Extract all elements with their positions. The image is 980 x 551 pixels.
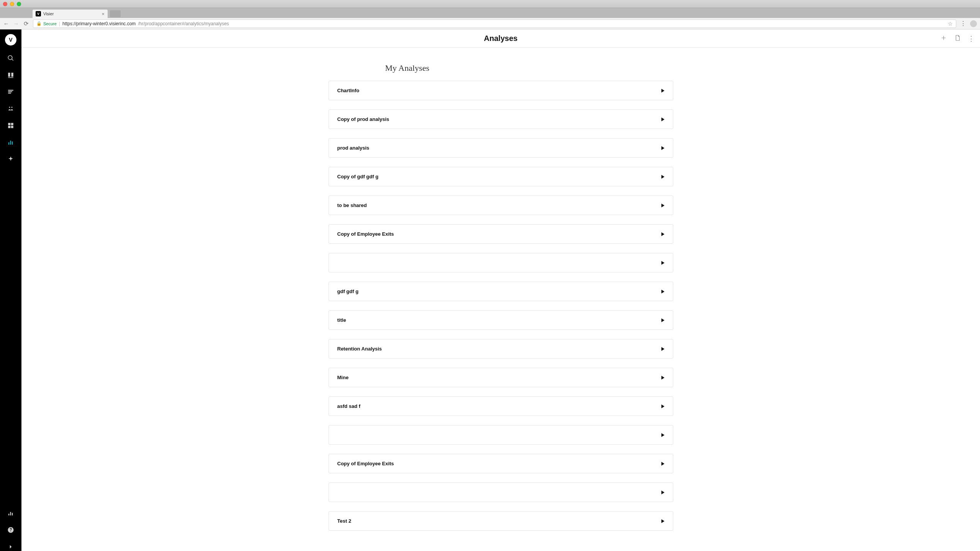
app-content: Analyses ⋮ My Analyses ChartInfoCopy of … [21, 29, 980, 551]
window-zoom-button[interactable] [17, 2, 21, 6]
search-icon[interactable] [7, 54, 15, 62]
page-title: Analyses [484, 34, 518, 43]
window-minimize-button[interactable] [10, 2, 14, 6]
analysis-title: Mine [337, 375, 349, 380]
analysis-title: gdf gdf g [337, 289, 359, 294]
browser-profile-avatar[interactable] [970, 20, 977, 27]
analysis-card[interactable]: ChartInfo [329, 81, 673, 100]
play-icon[interactable] [661, 146, 664, 150]
app-sidebar: V [0, 29, 21, 551]
browser-address-bar: ← → ⟳ 🔒 Secure | https://primary-winter0… [0, 18, 980, 29]
play-icon[interactable] [661, 404, 664, 408]
play-icon[interactable] [661, 204, 664, 207]
analysis-card[interactable]: title [329, 310, 673, 330]
analysis-title: title [337, 317, 346, 323]
url-field[interactable]: 🔒 Secure | https://primary-winter0.visie… [33, 20, 956, 28]
play-icon[interactable] [661, 261, 664, 265]
analysis-card[interactable]: asfd sad f [329, 396, 673, 416]
analysis-card[interactable]: gdf gdf g [329, 282, 673, 301]
play-icon[interactable] [661, 376, 664, 380]
new-analysis-button[interactable] [940, 34, 947, 43]
people-icon[interactable] [7, 104, 15, 113]
analysis-card[interactable]: Mine [329, 368, 673, 387]
analysis-card[interactable] [329, 483, 673, 502]
app-root: V A [0, 29, 980, 551]
analysis-title: asfd sad f [337, 403, 361, 409]
play-icon[interactable] [661, 232, 664, 236]
window-close-button[interactable] [3, 2, 7, 6]
url-host: https://primary-winter0.visierinc.com [62, 21, 136, 26]
guidebooks-icon[interactable] [7, 71, 15, 79]
browser-menu-button[interactable]: ⋮ [960, 20, 966, 27]
analysis-title: Test 2 [337, 518, 352, 524]
play-icon[interactable] [661, 347, 664, 351]
app-logo[interactable]: V [5, 34, 16, 46]
topics-icon[interactable] [7, 88, 15, 96]
browser-tab-strip: V Visier × [0, 8, 980, 18]
forward-button[interactable]: → [13, 20, 19, 27]
play-icon[interactable] [661, 175, 664, 179]
analysis-card[interactable]: Retention Analysis [329, 339, 673, 359]
explore-icon[interactable] [7, 155, 15, 163]
tab-favicon: V [36, 11, 41, 16]
analysis-title: Copy of Employee Exits [337, 231, 394, 237]
analysis-card[interactable]: Copy of Employee Exits [329, 224, 673, 244]
tab-close-icon[interactable]: × [101, 11, 105, 16]
document-action-button[interactable] [954, 34, 961, 43]
play-icon[interactable] [661, 433, 664, 437]
analysis-title: Copy of prod analysis [337, 116, 389, 122]
analysis-card[interactable]: Test 2 [329, 511, 673, 531]
analysis-title: ChartInfo [337, 88, 360, 93]
analysis-card[interactable]: prod analysis [329, 138, 673, 158]
play-icon[interactable] [661, 491, 664, 494]
analyses-nav-icon[interactable] [7, 138, 15, 147]
play-icon[interactable] [661, 290, 664, 293]
reload-button[interactable]: ⟳ [23, 20, 29, 27]
analyses-list: ChartInfoCopy of prod analysisprod analy… [329, 81, 673, 531]
analysis-title: prod analysis [337, 145, 370, 151]
lock-icon: 🔒 [36, 21, 42, 26]
back-button[interactable]: ← [3, 20, 9, 27]
analysis-card[interactable]: to be shared [329, 196, 673, 215]
browser-tab-active[interactable]: V Visier × [33, 10, 108, 18]
secure-label: Secure [43, 21, 57, 26]
mac-titlebar [0, 0, 980, 8]
analysis-title: Retention Analysis [337, 346, 382, 352]
analysis-title: to be shared [337, 202, 367, 208]
analysis-card[interactable]: Copy of gdf gdf g [329, 167, 673, 186]
play-icon[interactable] [661, 519, 664, 523]
new-tab-button[interactable] [110, 10, 121, 17]
app-header: Analyses ⋮ [21, 29, 980, 48]
analysis-card[interactable] [329, 253, 673, 272]
help-icon[interactable] [7, 526, 15, 534]
play-icon[interactable] [661, 318, 664, 322]
analysis-card[interactable] [329, 425, 673, 445]
section-title: My Analyses [385, 63, 673, 73]
analysis-title: Copy of gdf gdf g [337, 174, 379, 179]
expand-sidebar-icon[interactable] [7, 543, 15, 551]
secure-indicator: 🔒 Secure [36, 21, 57, 26]
analysis-title: Copy of Employee Exits [337, 461, 394, 466]
apps-grid-icon[interactable] [7, 121, 15, 130]
play-icon[interactable] [661, 89, 664, 93]
analysis-card[interactable]: Copy of Employee Exits [329, 454, 673, 473]
tab-title: Visier [43, 11, 54, 16]
bookmark-star-icon[interactable]: ☆ [948, 21, 953, 27]
url-path: /hr/prod/appcontainer#/analytics/myanaly… [138, 21, 229, 26]
main-scroll-area[interactable]: My Analyses ChartInfoCopy of prod analys… [21, 48, 980, 551]
play-icon[interactable] [661, 117, 664, 121]
analysis-card[interactable]: Copy of prod analysis [329, 109, 673, 129]
play-icon[interactable] [661, 462, 664, 466]
more-actions-button[interactable]: ⋮ [968, 35, 975, 42]
metrics-icon[interactable] [7, 509, 15, 517]
